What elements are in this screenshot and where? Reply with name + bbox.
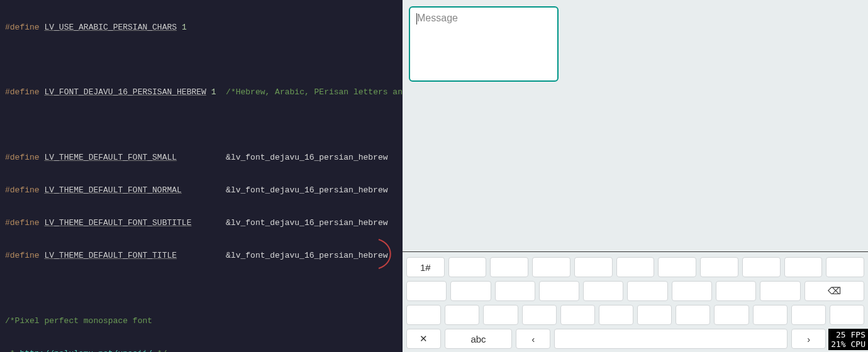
key-blank[interactable] bbox=[406, 281, 447, 301]
key-blank[interactable] bbox=[532, 257, 570, 277]
key-blank[interactable] bbox=[826, 257, 864, 277]
key-blank[interactable] bbox=[450, 281, 491, 301]
key-blank[interactable] bbox=[637, 305, 672, 325]
code-keyword: #define bbox=[5, 23, 40, 32]
chevron-left-icon: ‹ bbox=[531, 334, 535, 344]
key-blank[interactable] bbox=[714, 305, 748, 325]
backspace-key[interactable]: ⌫ bbox=[804, 281, 864, 301]
chevron-right-icon: › bbox=[807, 334, 810, 344]
abc-key[interactable]: abc bbox=[445, 329, 513, 349]
key-blank[interactable] bbox=[676, 305, 710, 325]
key-blank[interactable] bbox=[539, 281, 579, 301]
key-blank[interactable] bbox=[700, 257, 738, 277]
fps-badge: 25 FPS 21% CPU bbox=[828, 329, 868, 350]
key-blank[interactable] bbox=[784, 257, 823, 277]
key-blank[interactable] bbox=[406, 305, 441, 325]
key-blank[interactable] bbox=[583, 281, 623, 301]
key-blank[interactable] bbox=[716, 281, 756, 301]
message-area: Message bbox=[403, 0, 868, 251]
backspace-icon: ⌫ bbox=[828, 285, 841, 297]
mode-key[interactable]: 1# bbox=[406, 257, 445, 277]
message-placeholder: Message bbox=[417, 13, 458, 23]
key-blank[interactable] bbox=[672, 281, 712, 301]
left-key[interactable]: ‹ bbox=[516, 329, 550, 349]
code-editor[interactable]: #define LV_USE_ARABIC_PERSIAN_CHARS 1 #d… bbox=[0, 0, 403, 352]
key-blank[interactable] bbox=[627, 281, 667, 301]
key-blank[interactable] bbox=[599, 305, 633, 325]
key-blank[interactable] bbox=[448, 257, 487, 277]
close-icon: ✕ bbox=[420, 333, 428, 344]
key-blank[interactable] bbox=[560, 305, 595, 325]
key-blank[interactable] bbox=[742, 257, 781, 277]
key-blank[interactable] bbox=[830, 305, 864, 325]
key-blank[interactable] bbox=[495, 281, 535, 301]
close-keyboard-key[interactable]: ✕ bbox=[406, 329, 441, 349]
key-blank[interactable] bbox=[490, 257, 528, 277]
cpu-value: 21% CPU bbox=[831, 339, 865, 349]
key-blank[interactable] bbox=[760, 281, 800, 301]
key-blank[interactable] bbox=[616, 257, 655, 277]
space-key[interactable] bbox=[554, 329, 787, 349]
key-blank[interactable] bbox=[522, 305, 557, 325]
message-input[interactable]: Message bbox=[409, 6, 559, 82]
code-macro: LV_USE_ARABIC_PERSIAN_CHARS bbox=[44, 23, 177, 32]
key-blank[interactable] bbox=[445, 305, 479, 325]
key-blank[interactable] bbox=[658, 257, 696, 277]
key-blank[interactable] bbox=[574, 257, 613, 277]
simulator-pane: Message 1# bbox=[403, 0, 868, 352]
key-blank[interactable] bbox=[753, 305, 787, 325]
fps-value: 25 FPS bbox=[831, 330, 865, 339]
key-blank[interactable] bbox=[483, 305, 518, 325]
virtual-keyboard: 1# ⌫ bbox=[403, 251, 868, 352]
key-blank[interactable] bbox=[791, 305, 826, 325]
url-link[interactable]: http://pelulamu.net/unscii/ bbox=[19, 349, 152, 353]
right-key[interactable]: › bbox=[791, 329, 826, 349]
